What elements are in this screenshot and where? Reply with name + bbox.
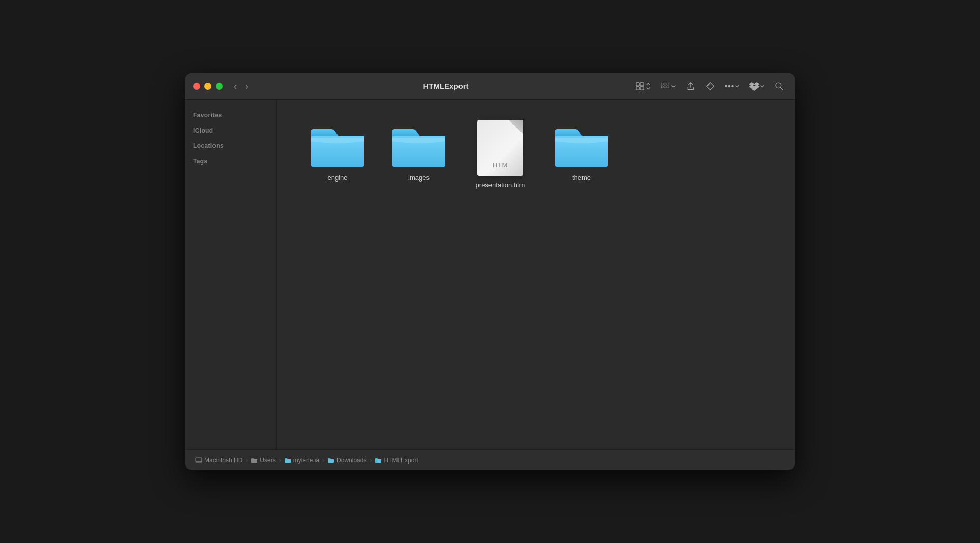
file-name-theme: theme (572, 174, 591, 182)
group-icon (661, 82, 670, 91)
breadcrumb-users: Users (251, 457, 275, 464)
forward-button[interactable]: › (242, 80, 251, 93)
back-button[interactable]: ‹ (231, 80, 240, 93)
folder-icon-images (388, 120, 449, 169)
tag-icon (706, 82, 715, 91)
chevron-up-down-icon (646, 82, 651, 91)
folder-mini-icon-downloads (327, 457, 334, 463)
finder-window: ‹ › HTMLExport (185, 73, 795, 470)
chevron-down-icon (671, 83, 676, 90)
statusbar: Macintosh HD › Users › mylene.ia › Downl… (185, 449, 795, 470)
favorites-label: Favorites (185, 110, 276, 121)
toolbar (632, 80, 787, 93)
folder-mini-icon-mylene (284, 457, 291, 463)
chevron-down-3-icon (760, 83, 764, 89)
svg-point-11 (725, 85, 727, 87)
breadcrumb-label-macintosh: Macintosh HD (204, 457, 242, 464)
window-title: HTMLExport (259, 82, 632, 90)
breadcrumb-sep-3: › (322, 457, 324, 464)
sidebar-section-locations: Locations (185, 140, 276, 152)
folder-svg (307, 120, 368, 169)
tags-label: Tags (185, 156, 276, 167)
svg-point-10 (708, 84, 709, 85)
breadcrumb-macintosh-hd: Macintosh HD (195, 457, 242, 464)
file-name-engine: engine (327, 174, 347, 182)
file-item-engine[interactable]: engine (307, 120, 368, 189)
file-name-presentation: presentation.htm (476, 181, 525, 189)
folder-icon-theme (551, 120, 612, 169)
breadcrumb-downloads: Downloads (327, 457, 366, 464)
svg-line-20 (780, 87, 783, 90)
locations-label: Locations (185, 140, 276, 152)
file-grid: engine (277, 100, 795, 449)
folder-svg-theme (551, 120, 612, 169)
chevron-down-2-icon (735, 83, 739, 89)
htm-extension-label: HTM (493, 161, 508, 169)
svg-rect-4 (661, 83, 663, 85)
folder-mini-icon-htmlexport (375, 457, 382, 463)
svg-rect-2 (636, 86, 639, 89)
svg-rect-8 (667, 83, 669, 85)
file-item-presentation[interactable]: HTM presentation.htm (470, 120, 531, 189)
view-grid-button[interactable] (632, 80, 654, 93)
svg-rect-7 (664, 86, 666, 88)
sidebar-section-tags: Tags (185, 156, 276, 167)
maximize-button[interactable] (216, 83, 223, 90)
file-item-images[interactable]: images (388, 120, 449, 189)
file-item-theme[interactable]: theme (551, 120, 612, 189)
folder-icon-engine (307, 120, 368, 169)
main-area: Favorites iCloud Locations Tags (185, 100, 795, 449)
breadcrumb-label-users: Users (260, 457, 275, 464)
view-group-button[interactable] (658, 80, 679, 93)
nav-buttons: ‹ › (231, 80, 251, 93)
icloud-label: iCloud (185, 125, 276, 136)
folder-mini-icon-users (251, 457, 258, 463)
search-button[interactable] (772, 80, 787, 93)
close-button[interactable] (193, 83, 200, 90)
search-icon (775, 82, 784, 91)
grid-icon (635, 82, 645, 91)
svg-point-13 (732, 85, 733, 87)
share-icon (686, 82, 695, 91)
svg-rect-22 (196, 461, 202, 463)
svg-rect-0 (636, 82, 639, 85)
share-button[interactable] (683, 80, 698, 93)
svg-rect-6 (664, 83, 666, 85)
svg-rect-5 (661, 86, 663, 88)
breadcrumb-sep-4: › (370, 457, 372, 464)
sidebar: Favorites iCloud Locations Tags (185, 100, 277, 449)
more-icon (725, 82, 734, 91)
breadcrumb-htmlexport: HTMLExport (375, 457, 418, 464)
svg-rect-3 (640, 86, 644, 89)
svg-rect-9 (667, 86, 669, 88)
traffic-lights (193, 83, 223, 90)
breadcrumb-sep-1: › (246, 457, 248, 464)
sidebar-section-icloud: iCloud (185, 125, 276, 136)
titlebar: ‹ › HTMLExport (185, 73, 795, 100)
tag-button[interactable] (702, 80, 718, 93)
sidebar-section-favorites: Favorites (185, 110, 276, 121)
content-area: engine (277, 100, 795, 449)
breadcrumb-label-downloads: Downloads (336, 457, 366, 464)
minimize-button[interactable] (204, 83, 211, 90)
svg-rect-1 (640, 82, 644, 85)
file-name-images: images (408, 174, 430, 182)
breadcrumb-label-mylene: mylene.ia (293, 457, 319, 464)
breadcrumb-sep-2: › (279, 457, 281, 464)
breadcrumb-label-htmlexport: HTMLExport (384, 457, 418, 464)
dropbox-icon (749, 82, 759, 91)
htm-file-icon: HTM (477, 120, 523, 176)
breadcrumb-mylene: mylene.ia (284, 457, 319, 464)
folder-svg-images (388, 120, 449, 169)
svg-point-12 (728, 85, 730, 87)
hard-drive-icon (195, 457, 202, 463)
dropbox-button[interactable] (746, 80, 768, 93)
more-button[interactable] (722, 80, 742, 93)
